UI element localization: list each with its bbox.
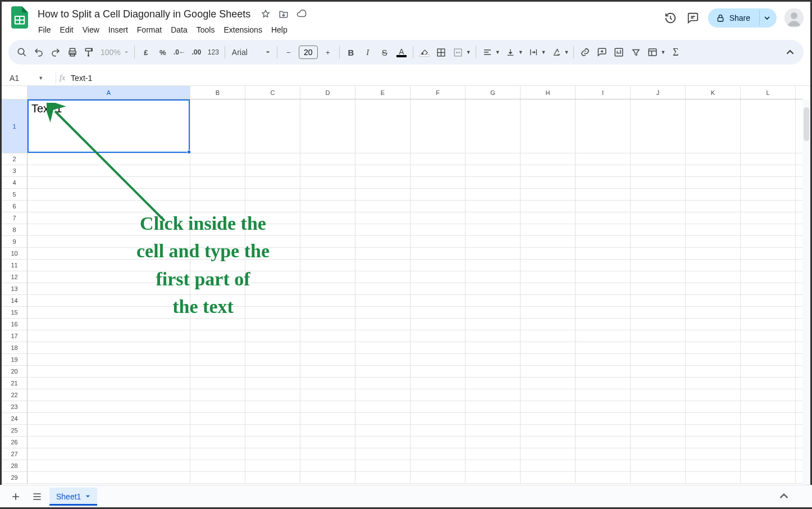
cell[interactable] (466, 437, 521, 448)
cell[interactable] (355, 425, 410, 436)
cell[interactable] (300, 260, 355, 271)
cell[interactable] (466, 260, 521, 271)
vertical-align-icon[interactable] (503, 44, 518, 60)
cell[interactable] (245, 201, 300, 212)
sheet-tab-active[interactable]: Sheet1 (49, 488, 97, 506)
cell[interactable] (686, 437, 741, 448)
cell[interactable] (190, 271, 245, 283)
cell[interactable] (300, 283, 355, 294)
cell[interactable] (355, 153, 410, 165)
cell[interactable] (410, 354, 466, 365)
cell[interactable] (245, 153, 300, 165)
cell[interactable] (355, 342, 410, 353)
cell[interactable] (576, 330, 631, 342)
row-header[interactable]: 21 (2, 378, 28, 389)
cell[interactable] (190, 165, 245, 176)
cell[interactable] (741, 177, 796, 188)
cell[interactable] (28, 366, 190, 377)
cell[interactable] (631, 319, 686, 330)
zoom-select[interactable]: 100% (98, 48, 131, 57)
cell[interactable] (576, 212, 631, 224)
cell[interactable] (28, 165, 190, 176)
cell[interactable] (245, 319, 300, 330)
cell[interactable] (410, 366, 466, 377)
cell[interactable] (245, 189, 300, 200)
cell[interactable] (410, 99, 466, 153)
cell[interactable] (28, 389, 190, 401)
cell[interactable] (355, 236, 410, 247)
cell[interactable] (741, 212, 796, 224)
cell[interactable] (631, 224, 686, 235)
cell[interactable] (245, 271, 300, 283)
column-header[interactable]: D (300, 86, 355, 99)
cell[interactable] (686, 342, 741, 353)
menu-extensions[interactable]: Extensions (220, 23, 266, 37)
cell[interactable] (686, 413, 741, 424)
cell[interactable] (190, 437, 245, 448)
cell[interactable] (466, 295, 521, 306)
cell[interactable] (521, 366, 576, 377)
cell[interactable] (521, 401, 576, 412)
cell[interactable] (300, 342, 355, 353)
cell[interactable] (466, 366, 521, 377)
cell[interactable] (28, 448, 190, 460)
cell[interactable] (245, 307, 300, 318)
cell[interactable] (466, 212, 521, 224)
cell[interactable] (300, 378, 355, 389)
cell[interactable] (631, 366, 686, 377)
cell[interactable] (521, 271, 576, 283)
cell[interactable] (521, 354, 576, 365)
cell[interactable] (300, 448, 355, 460)
cell[interactable] (300, 153, 355, 165)
merge-cells-icon[interactable] (450, 44, 466, 60)
cell[interactable] (410, 472, 466, 483)
cell[interactable] (741, 307, 796, 318)
cell[interactable] (28, 354, 190, 365)
cell[interactable] (741, 201, 796, 212)
cell[interactable] (686, 271, 741, 283)
format-currency-icon[interactable]: £ (138, 44, 154, 60)
cell[interactable] (190, 307, 245, 318)
cell[interactable] (410, 224, 466, 235)
cell[interactable] (466, 248, 521, 259)
row-header[interactable]: 6 (2, 201, 28, 212)
menu-insert[interactable]: Insert (104, 23, 132, 37)
cell[interactable] (190, 201, 245, 212)
cell[interactable] (355, 401, 410, 412)
cell[interactable] (410, 448, 466, 460)
column-header[interactable]: L (741, 86, 796, 99)
cell[interactable] (355, 248, 410, 259)
selected-cell[interactable]: Text-1 (28, 99, 190, 153)
cell[interactable] (741, 271, 796, 283)
cell[interactable] (28, 437, 190, 448)
cell[interactable] (28, 248, 190, 259)
cell[interactable] (521, 413, 576, 424)
cell[interactable] (245, 401, 300, 412)
cell[interactable] (741, 330, 796, 342)
cell[interactable] (245, 425, 300, 436)
cell[interactable] (686, 177, 741, 188)
row-header[interactable]: 15 (2, 307, 28, 319)
cell[interactable] (686, 153, 741, 165)
cell[interactable] (466, 283, 521, 294)
decrease-font-size-button[interactable]: − (281, 44, 296, 60)
cell[interactable] (28, 260, 190, 271)
row-header[interactable]: 22 (2, 389, 28, 401)
cell[interactable] (741, 165, 796, 176)
cell[interactable] (245, 248, 300, 259)
cell[interactable] (245, 236, 300, 247)
cell[interactable] (521, 342, 576, 353)
menu-tools[interactable]: Tools (193, 23, 219, 37)
cell[interactable] (741, 224, 796, 235)
cloud-status-icon[interactable] (295, 8, 308, 20)
font-family-select[interactable]: Arial (229, 48, 273, 57)
cell[interactable] (355, 201, 410, 212)
cell[interactable] (466, 472, 521, 483)
cell[interactable] (686, 201, 741, 212)
cell[interactable] (410, 389, 466, 401)
row-header[interactable]: 12 (2, 271, 28, 283)
cell[interactable] (245, 389, 300, 401)
cell[interactable] (190, 472, 245, 483)
cell[interactable] (741, 295, 796, 306)
cell[interactable] (410, 342, 466, 353)
